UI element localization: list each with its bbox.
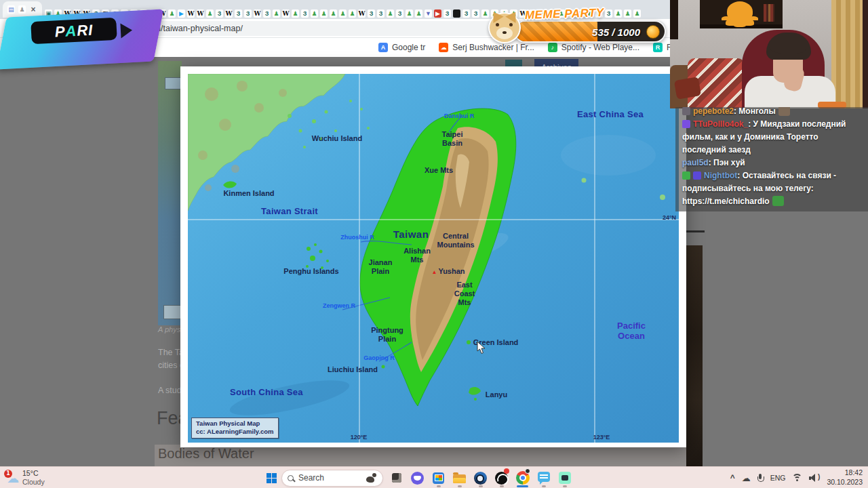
tray-date: 30.10.2023 [827, 478, 863, 487]
map-label: Wuchiu Island [312, 134, 362, 143]
tab-favicon[interactable]: З [301, 9, 309, 18]
tab-favicon[interactable]: З [244, 9, 252, 18]
chat-username: paul5d [682, 158, 709, 167]
map-labels: East China SeaTaiwan StraitSouth China S… [188, 74, 679, 443]
tab-favicon[interactable]: W [187, 9, 195, 18]
weather-temp: 15°C [22, 469, 45, 478]
tab-favicon[interactable]: ♟ [18, 5, 26, 14]
taskbar-apps [388, 468, 573, 488]
pari-logo: PARI [1, 14, 159, 65]
tray-chevron-up-icon[interactable]: ^ [730, 473, 735, 483]
tab-favicon[interactable]: ♟ [339, 9, 347, 18]
chat-username: TTuPolllo4ok_ [693, 119, 748, 129]
horse-emote [778, 107, 790, 116]
chat-app-icon[interactable] [535, 468, 552, 488]
pari-logo-arrow [120, 23, 132, 39]
store-icon[interactable] [430, 468, 447, 488]
meme-progress-count: 535 / 1000 [592, 26, 640, 37]
map-label: Gaoping R [363, 354, 395, 362]
tab-favicon[interactable]: W [282, 9, 290, 18]
yushan-peak-marker: ▲ [431, 269, 437, 275]
books [764, 4, 774, 22]
map-label: Pacific Ocean [617, 321, 646, 342]
tab-favicon[interactable]: W [358, 9, 366, 18]
tab-favicon[interactable]: З [216, 9, 223, 18]
weather-condition: Cloudy [22, 478, 45, 487]
tab-favicon[interactable]: З [472, 9, 479, 18]
capture-app-icon[interactable] [556, 468, 573, 488]
tab-favicon[interactable]: З [396, 9, 403, 18]
tab-close-icon[interactable]: × [29, 5, 37, 14]
chrome-icon[interactable] [514, 468, 531, 488]
steam-icon[interactable] [472, 468, 489, 488]
tab-favicon[interactable]: З [263, 9, 271, 18]
doge-eye [509, 23, 513, 26]
map-lightbox[interactable]: East China SeaTaiwan StraitSouth China S… [180, 66, 686, 447]
map-label: South China Sea [230, 387, 303, 397]
map-label: Zengwen R [323, 302, 355, 310]
volume-icon[interactable]: ) [809, 474, 820, 482]
app-badge [504, 468, 509, 474]
legend-credit: cc: ALearningFamily.com [196, 428, 274, 436]
tab-favicon[interactable]: W [225, 9, 233, 18]
clock[interactable]: 18:42 30.10.2023 [827, 468, 863, 487]
tab-favicon[interactable]: W [197, 9, 204, 18]
map-label: Penghu Islands [283, 267, 338, 276]
tab-favicon[interactable]: ♟ [206, 9, 214, 18]
chat-message: paul5d: Пэн хуй [682, 157, 863, 169]
pepe-emote [772, 196, 784, 206]
weather-widget[interactable]: ☁1 15°C Cloudy [7, 467, 45, 488]
obs-icon[interactable] [493, 468, 510, 488]
chat-message: TTuPolllo4ok_: У Миядзаки последний филь… [682, 118, 863, 157]
chat-username: pepebote2 [693, 107, 734, 116]
map-label: Zhuoshui R [340, 234, 374, 241]
tab-favicon[interactable]: З [443, 9, 451, 18]
logo-letters: RI [77, 21, 94, 39]
taiwan-physical-map-image: East China SeaTaiwan StraitSouth China S… [188, 74, 679, 443]
wifi-icon[interactable] [792, 474, 802, 482]
tab-favicon[interactable]: ♟ [273, 9, 280, 18]
start-button[interactable] [267, 473, 277, 483]
tab-favicon[interactable]: ♟ [406, 9, 413, 18]
app-badge [525, 468, 530, 474]
tab-favicon[interactable]: ♟ [330, 9, 337, 18]
tab-favicon[interactable]: ▶ [434, 9, 441, 18]
notification-badge: 1 [4, 470, 12, 478]
search-box[interactable]: Search [281, 470, 383, 487]
tab-favicon[interactable]: ♟ [320, 9, 328, 18]
tab-favicon[interactable]: ♟ [387, 9, 394, 18]
tab-favicon[interactable]: ▶ [178, 9, 185, 18]
bookmark-item[interactable]: AGoogle tr [378, 43, 425, 52]
map-label: Pingtung Plain [371, 326, 403, 344]
tab-favicon[interactable]: З [368, 9, 375, 18]
map-label: Central Mountains [437, 232, 475, 249]
tray-time: 18:42 [827, 468, 863, 478]
tab-favicon[interactable]: ♟ [415, 9, 422, 18]
tab-favicon[interactable]: ♟ [349, 9, 356, 18]
logo-letter: P [54, 22, 66, 41]
tab-favicon[interactable]: З [462, 9, 470, 18]
map-label: ▲Yushan [431, 267, 465, 276]
tab-favicon[interactable]: З [235, 9, 242, 18]
webcam-overlay [670, 0, 868, 108]
tab-favicon[interactable]: ♟ [168, 9, 176, 18]
mouse-cursor [477, 341, 486, 354]
tab-favicon[interactable]: ■ [453, 9, 460, 18]
microphone-icon[interactable] [757, 474, 764, 483]
language-indicator[interactable]: ENG [770, 474, 786, 482]
tab-favicon[interactable]: ♟ [292, 9, 299, 18]
tab-favicon[interactable]: ♟ [311, 9, 318, 18]
tab-favicon[interactable]: ▼ [425, 9, 432, 18]
tab-favicon[interactable]: W [254, 9, 261, 18]
map-label: East China Sea [577, 109, 644, 119]
tab-favicon[interactable]: З [377, 9, 384, 18]
windows-taskbar: ☁1 15°C Cloudy Search ^ ☁ ENG ) 18:42 [0, 466, 868, 488]
task-view-icon[interactable] [388, 468, 405, 488]
discord-icon[interactable] [409, 468, 426, 488]
search-label: Search [298, 473, 324, 483]
mod-badge [693, 171, 701, 180]
tab-favicon[interactable]: ▤ [7, 5, 15, 14]
system-tray: ^ ☁ ENG ) 18:42 30.10.2023 [730, 467, 863, 488]
onedrive-cloud-icon[interactable]: ☁ [742, 473, 751, 483]
file-explorer-icon[interactable] [451, 468, 468, 488]
